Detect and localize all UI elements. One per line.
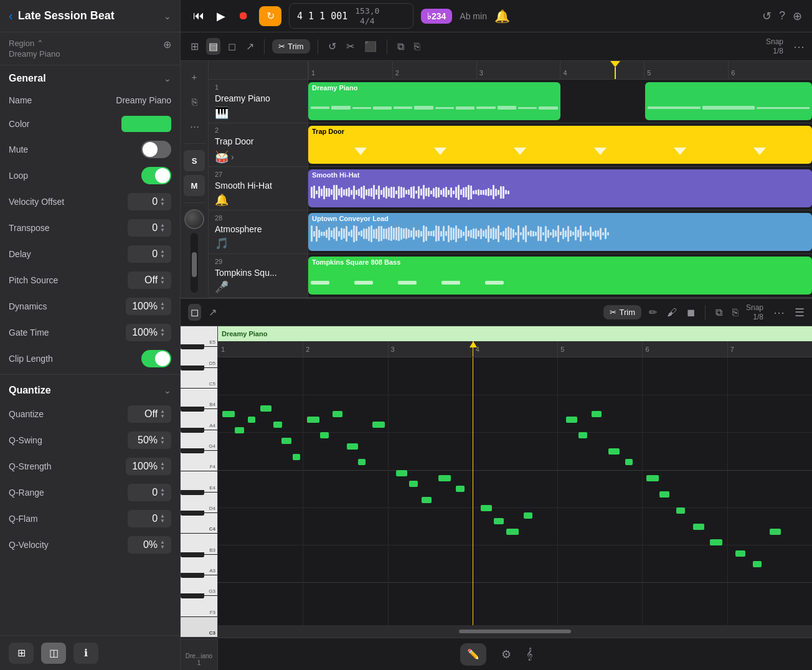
midi-note-27[interactable] [625,459,633,465]
pr-eq-button[interactable]: 𝄞 [526,648,533,661]
project-chevron-icon[interactable]: ⌄ [164,11,171,21]
track-toolbar-more-button[interactable]: ⋯ [793,40,805,54]
roll-scroll-thumb[interactable] [459,630,571,633]
piano-key-black[interactable] [181,552,204,557]
midi-note-12[interactable] [358,459,366,465]
piano-key-c3[interactable]: C3 [181,617,217,638]
general-section-header[interactable]: General ⌄ [0,65,180,89]
midi-note-31[interactable] [693,524,704,530]
piano-key-white[interactable]: G4 [181,430,217,451]
pr-settings-button[interactable]: ⚙ [501,648,511,661]
roll-grid[interactable] [218,357,812,625]
piano-key-black[interactable] [181,448,204,453]
color-swatch[interactable] [121,116,171,132]
midi-note-14[interactable] [396,470,407,476]
midi-note-7[interactable] [293,454,300,460]
track-content-27[interactable]: Smooth Hi-Hat for(let i=0;i<80;i++) docu… [308,167,812,210]
back-button[interactable]: ‹ [9,9,13,23]
midi-note-4[interactable] [260,405,271,412]
midi-note-11[interactable] [347,443,358,450]
piano-key-white[interactable]: E4 [181,471,217,492]
more-options-button[interactable]: ⊕ [793,9,802,23]
midi-note-21[interactable] [506,529,519,535]
piano-key-black[interactable] [181,366,204,370]
tab-grid-button[interactable]: ⊞ [9,643,34,664]
q-velocity-field[interactable]: 0% ▲▼ [128,536,171,554]
piano-key-white[interactable]: C4 [181,513,217,534]
pr-trim-button[interactable]: ✂ Trim [603,305,641,319]
piano-key-black[interactable] [181,511,204,516]
clip-length-toggle[interactable] [141,350,171,367]
q-range-field[interactable]: 0 ▲▼ [128,484,171,501]
piano-key-white[interactable]: D5 [181,347,217,367]
pin-icon[interactable]: ⊕ [163,39,171,50]
piano-key-white[interactable]: E5 [181,326,217,347]
midi-note-29[interactable] [659,491,669,498]
midi-note-1[interactable] [222,411,235,417]
clip-smooth-hihat[interactable]: Smooth Hi-Hat for(let i=0;i<80;i++) docu… [308,169,812,207]
midi-note-10[interactable] [333,411,342,417]
piano-key-white[interactable]: C5 [181,368,217,389]
key-badge[interactable]: ♭234 [421,9,452,24]
midi-note-25[interactable] [592,411,602,417]
midi-note-26[interactable] [608,448,620,455]
velocity-offset-field[interactable]: 0 ▲▼ [128,193,171,210]
q-flam-field[interactable]: 0 ▲▼ [128,510,171,527]
automation-button[interactable]: ↗ [243,38,257,55]
piano-key-black[interactable] [181,428,204,433]
quantize-field[interactable]: Off ▲▼ [128,405,171,423]
roll-clip-header[interactable]: Dreamy Piano [218,326,812,341]
pr-more-button[interactable]: ⋯ [773,306,785,319]
pr-copy-button[interactable]: ⧉ [713,304,725,321]
add-track-button[interactable]: + [184,66,205,87]
piano-key-white[interactable]: A4 [181,409,217,430]
piano-key-white[interactable]: F3 [181,596,217,616]
clip-dreamy-1[interactable]: Dreamy Piano [308,82,560,120]
midi-note-16[interactable] [422,497,432,503]
metronome-button[interactable]: 🔔 [494,9,510,24]
delay-field[interactable]: 0 ▲▼ [128,245,171,263]
piano-key-black[interactable] [181,573,204,578]
paste-button[interactable]: ⎘ [412,39,423,55]
pr-note-button[interactable]: ◼ [684,304,697,321]
track-options-button[interactable]: ⋯ [184,116,205,137]
midi-note-19[interactable] [481,505,492,511]
history-button[interactable]: ↺ [762,9,772,23]
midi-note-3[interactable] [248,417,255,423]
quantize-section-header[interactable]: Quantize ⌄ [0,377,180,401]
mute-button[interactable]: M [184,175,205,196]
track-content-2[interactable]: Trap Door [308,123,812,166]
pr-list-button[interactable]: ☰ [795,306,805,319]
piano-key-white[interactable]: G3 [181,575,217,596]
piano-key-black[interactable] [181,593,204,598]
trim-button[interactable]: ✂ Trim [272,39,310,54]
split-button[interactable]: ⬛ [362,38,379,55]
clip-atmosphere[interactable]: Uptown Conveyor Lead for(let i=0;i<120;i… [308,213,812,251]
rewind-button[interactable]: ⏮ [191,7,207,25]
pr-paste-button[interactable]: ⎘ [730,304,741,321]
midi-note-6[interactable] [281,438,291,444]
midi-note-18[interactable] [456,486,465,492]
pr-brush-button[interactable]: 🖌 [664,304,679,321]
piano-key-white[interactable]: A3 [181,555,217,575]
gate-time-field[interactable]: 100% ▲▼ [126,324,171,341]
scroll-track[interactable] [191,233,198,293]
help-button[interactable]: ? [779,9,785,22]
copy-region-button[interactable]: ⧉ [395,39,407,55]
pr-pencil-button[interactable]: ✏ [646,304,659,321]
piano-key-black[interactable] [181,490,204,495]
piano-key-black[interactable] [181,344,204,349]
q-strength-field[interactable]: 100% ▲▼ [126,458,171,475]
cut-button[interactable]: ✂ [344,38,357,55]
midi-note-13[interactable] [372,422,385,428]
piano-key-white[interactable]: B4 [181,389,217,409]
midi-note-33[interactable] [735,550,745,557]
record-button[interactable]: ⏺ [235,7,252,25]
midi-note-2[interactable] [235,427,244,433]
midi-note-17[interactable] [438,475,451,481]
midi-note-30[interactable] [676,507,685,514]
midi-note-23[interactable] [566,417,577,423]
transpose-field[interactable]: 0 ▲▼ [128,219,171,237]
pr-window-button[interactable]: ◻ [188,304,201,321]
piano-key-white[interactable]: D4 [181,493,217,513]
